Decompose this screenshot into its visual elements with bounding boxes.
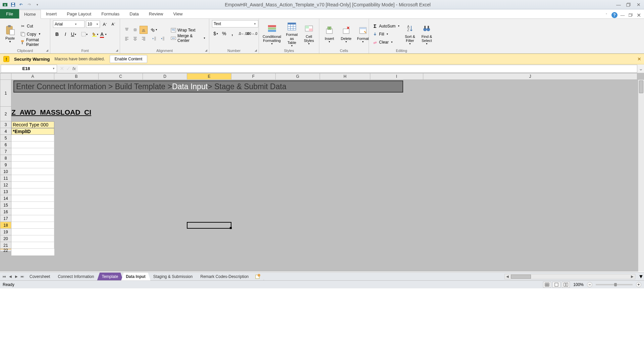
row-header[interactable]: 9 bbox=[0, 162, 11, 168]
vertical-scrollbar[interactable] bbox=[638, 80, 644, 272]
col-header[interactable]: B bbox=[54, 73, 99, 80]
currency-button[interactable]: $▼ bbox=[212, 30, 220, 38]
increase-indent-button[interactable] bbox=[159, 35, 167, 43]
autosum-button[interactable]: ΣAutoSum▼ bbox=[372, 22, 400, 30]
number-format-input[interactable] bbox=[212, 21, 253, 26]
align-right-button[interactable] bbox=[140, 35, 148, 43]
scroll-right-icon[interactable]: ▶ bbox=[630, 275, 635, 278]
row-header[interactable]: 7 bbox=[0, 148, 11, 155]
row-header[interactable]: 18 bbox=[0, 222, 11, 229]
name-box-input[interactable] bbox=[1, 66, 51, 71]
zoom-thumb[interactable] bbox=[614, 283, 617, 286]
paste-button[interactable]: Paste ▼ bbox=[3, 20, 17, 48]
row-header[interactable]: 1 bbox=[0, 80, 11, 107]
row-header[interactable]: 22 bbox=[0, 249, 11, 251]
decrease-font-button[interactable]: A˅ bbox=[110, 20, 117, 28]
col-header[interactable]: F bbox=[231, 73, 276, 80]
align-left-button[interactable] bbox=[123, 35, 131, 43]
prev-sheet-icon[interactable]: ◀ bbox=[7, 274, 13, 280]
col-header[interactable]: H bbox=[320, 73, 370, 80]
help-icon[interactable]: ? bbox=[611, 12, 618, 18]
enter-icon[interactable]: ✓ bbox=[66, 65, 70, 72]
col-header[interactable]: I bbox=[370, 73, 423, 80]
fill-handle[interactable] bbox=[230, 227, 232, 229]
zoom-out-button[interactable]: − bbox=[587, 282, 592, 287]
row-header[interactable]: 8 bbox=[0, 155, 11, 162]
insert-sheet-icon[interactable] bbox=[252, 273, 264, 281]
chevron-down-icon[interactable]: ▼ bbox=[95, 23, 100, 26]
row-header[interactable]: 12 bbox=[0, 182, 11, 188]
workbook-close-icon[interactable]: ✕ bbox=[635, 12, 642, 18]
copy-button[interactable]: Copy▼ bbox=[19, 31, 47, 38]
workbook-restore-icon[interactable] bbox=[627, 12, 634, 18]
clear-button[interactable]: Clear▼ bbox=[372, 39, 400, 46]
row-header[interactable]: 6 bbox=[0, 141, 11, 148]
tab-page-layout[interactable]: Page Layout bbox=[62, 9, 96, 18]
page-break-view-button[interactable] bbox=[562, 282, 570, 288]
tab-home[interactable]: Home bbox=[19, 10, 41, 19]
clipboard-launcher-icon[interactable]: ◢ bbox=[45, 48, 49, 53]
insert-button[interactable]: Insert▼ bbox=[322, 20, 337, 48]
formula-input[interactable] bbox=[78, 65, 637, 73]
scroll-left-icon[interactable]: ◀ bbox=[505, 275, 510, 278]
tab-view[interactable]: View bbox=[168, 9, 187, 18]
font-size-input[interactable] bbox=[86, 22, 95, 26]
sheet-tab-remark[interactable]: Remark Codes-Description bbox=[196, 273, 254, 281]
cell-styles-button[interactable]: Cell Styles▼ bbox=[302, 20, 316, 48]
cell-emplid-header[interactable]: *EmplID bbox=[11, 128, 54, 135]
row-header[interactable]: 4 bbox=[0, 128, 11, 135]
align-bottom-button[interactable] bbox=[140, 26, 148, 34]
save-icon[interactable] bbox=[9, 1, 17, 8]
excel-icon[interactable]: X bbox=[1, 1, 9, 8]
align-center-button[interactable] bbox=[131, 35, 139, 43]
close-button[interactable]: ✕ bbox=[635, 2, 643, 8]
tab-data[interactable]: Data bbox=[124, 9, 144, 18]
row-header[interactable]: 19 bbox=[0, 229, 11, 235]
decrease-decimal-button[interactable]: .00→.0 bbox=[248, 30, 256, 38]
row-header[interactable]: 17 bbox=[0, 215, 11, 222]
find-select-button[interactable]: Find & Select▼ bbox=[419, 20, 434, 48]
sheet-tab-data-input[interactable]: Data Input bbox=[121, 273, 151, 281]
underline-button[interactable]: U▼ bbox=[70, 30, 78, 38]
zoom-level[interactable]: 100% bbox=[573, 282, 584, 287]
tab-review[interactable]: Review bbox=[144, 9, 168, 18]
normal-view-button[interactable] bbox=[543, 282, 551, 288]
first-sheet-icon[interactable]: ⏮ bbox=[1, 274, 7, 280]
horizontal-scrollbar[interactable]: ◀ ▶ bbox=[504, 274, 635, 279]
page-layout-view-button[interactable] bbox=[552, 282, 560, 288]
row-header[interactable]: 13 bbox=[0, 188, 11, 195]
col-header[interactable]: A bbox=[11, 73, 54, 80]
number-launcher-icon[interactable]: ◢ bbox=[253, 48, 258, 53]
border-button[interactable]: ▼ bbox=[80, 30, 89, 38]
undo-icon[interactable] bbox=[17, 1, 25, 8]
col-header[interactable]: C bbox=[99, 73, 143, 80]
tab-formulas[interactable]: Formulas bbox=[96, 9, 124, 18]
ribbon-minimize-icon[interactable]: ˆ bbox=[603, 12, 610, 18]
scroll-down-icon[interactable]: ▼ bbox=[638, 274, 644, 280]
bold-button[interactable]: B bbox=[53, 30, 61, 38]
format-button[interactable]: Format▼ bbox=[356, 20, 370, 48]
cut-button[interactable]: ✂Cut bbox=[19, 22, 47, 30]
redo-icon[interactable] bbox=[25, 1, 33, 8]
fill-color-button[interactable]: ▼ bbox=[91, 30, 99, 38]
close-security-icon[interactable]: ✕ bbox=[637, 56, 641, 62]
scrollbar-thumb[interactable] bbox=[639, 80, 643, 93]
percent-button[interactable]: % bbox=[220, 30, 228, 38]
select-all-corner[interactable] bbox=[0, 73, 11, 80]
decrease-indent-button[interactable] bbox=[150, 35, 158, 43]
font-launcher-icon[interactable]: ◢ bbox=[114, 48, 119, 53]
alignment-launcher-icon[interactable]: ◢ bbox=[204, 48, 208, 53]
row-header[interactable]: 10 bbox=[0, 168, 11, 175]
fx-icon[interactable]: fx bbox=[72, 66, 76, 71]
row-header[interactable]: 15 bbox=[0, 202, 11, 209]
row-header[interactable]: 3 bbox=[0, 121, 11, 128]
restore-button[interactable] bbox=[625, 2, 633, 8]
enable-content-button[interactable]: Enable Content bbox=[110, 55, 148, 63]
row-header[interactable]: 11 bbox=[0, 175, 11, 182]
qat-customize-icon[interactable]: ▾ bbox=[34, 1, 41, 8]
tab-file[interactable]: File bbox=[0, 9, 19, 18]
col-header[interactable]: J bbox=[423, 73, 637, 80]
chevron-down-icon[interactable]: ▼ bbox=[51, 67, 56, 70]
sheet-tab-coversheet[interactable]: Coversheet bbox=[25, 273, 55, 281]
row-header[interactable]: 2 bbox=[0, 107, 11, 121]
